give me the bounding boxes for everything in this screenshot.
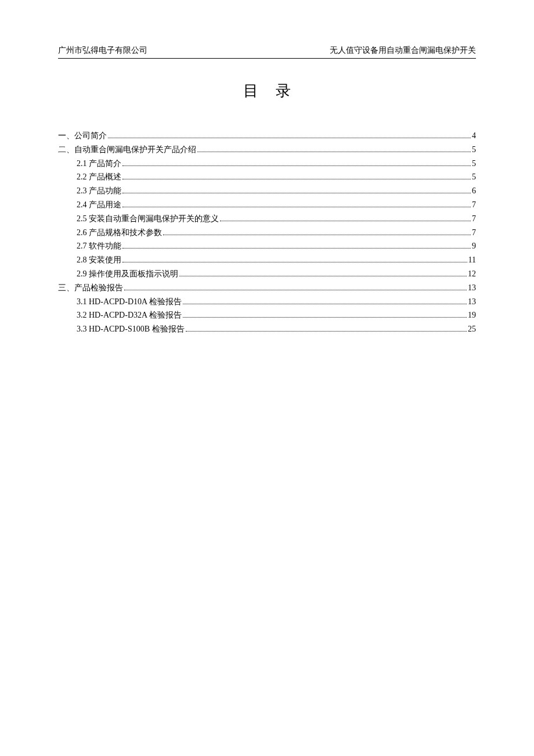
header-left: 广州市弘得电子有限公司: [58, 45, 147, 56]
toc-dots: [122, 207, 471, 207]
toc-entry[interactable]: 2.4 产品用途7: [58, 198, 476, 212]
toc-entry-page: 12: [468, 267, 476, 281]
toc-entry[interactable]: 三、产品检验报告13: [58, 281, 476, 295]
toc-entry[interactable]: 3.2 HD-ACPD-D32A 检验报告19: [58, 308, 476, 322]
toc-entry[interactable]: 3.1 HD-ACPD-D10A 检验报告13: [58, 295, 476, 309]
toc-dots: [183, 317, 467, 318]
toc-entry[interactable]: 2.2 产品概述5: [58, 170, 476, 184]
page-container: 广州市弘得电子有限公司 无人值守设备用自动重合闸漏电保护开关 目录 一、公司简介…: [0, 0, 534, 371]
toc-entry-page: 5: [472, 157, 476, 171]
toc-entry-label: 2.5 安装自动重合闸漏电保护开关的意义: [77, 212, 219, 226]
toc-entry[interactable]: 2.7 软件功能9: [58, 239, 476, 253]
page-header: 广州市弘得电子有限公司 无人值守设备用自动重合闸漏电保护开关: [58, 45, 476, 59]
toc-dots: [186, 331, 467, 332]
toc-title: 目录: [75, 81, 476, 101]
toc-entry-page: 7: [472, 226, 476, 240]
toc-entry-page: 11: [468, 253, 476, 267]
toc-entry-page: 9: [472, 239, 476, 253]
toc-dots: [183, 304, 467, 304]
toc-dots: [163, 235, 471, 235]
toc-dots: [122, 262, 467, 262]
toc-entry-label: 2.7 软件功能: [77, 239, 121, 253]
toc-entry[interactable]: 2.5 安装自动重合闸漏电保护开关的意义7: [58, 212, 476, 226]
toc-entry[interactable]: 2.9 操作使用及面板指示说明12: [58, 267, 476, 281]
toc-entry-label: 3.2 HD-ACPD-D32A 检验报告: [77, 308, 182, 322]
toc-dots: [108, 138, 471, 138]
toc-entry-page: 7: [472, 212, 476, 226]
toc-entry-page: 13: [468, 281, 476, 295]
toc-entry[interactable]: 二、自动重合闸漏电保护开关产品介绍5: [58, 143, 476, 157]
toc-entry-label: 2.9 操作使用及面板指示说明: [77, 267, 178, 281]
toc-entry-label: 2.3 产品功能: [77, 184, 121, 198]
toc-dots: [122, 193, 471, 193]
toc-entry-label: 一、公司简介: [58, 129, 107, 143]
toc-entry[interactable]: 一、公司简介4: [58, 129, 476, 143]
toc-entry-label: 2.2 产品概述: [77, 170, 121, 184]
toc-entry[interactable]: 3.3 HD-ACPD-S100B 检验报告25: [58, 322, 476, 336]
toc-entry-page: 7: [472, 198, 476, 212]
toc-dots: [122, 248, 471, 249]
toc-entry-label: 2.6 产品规格和技术参数: [77, 226, 162, 240]
toc-entry-label: 2.8 安装使用: [77, 253, 121, 267]
toc-dots: [179, 276, 467, 276]
toc-entry-label: 二、自动重合闸漏电保护开关产品介绍: [58, 143, 196, 157]
toc-entry-label: 2.1 产品简介: [77, 157, 121, 171]
toc-entry-page: 25: [468, 322, 476, 336]
toc-entry-page: 5: [472, 170, 476, 184]
toc-entry-page: 5: [472, 143, 476, 157]
toc-entry-page: 4: [472, 129, 476, 143]
toc-entry-page: 19: [468, 308, 476, 322]
toc-entry-page: 6: [472, 184, 476, 198]
toc-entry-label: 三、产品检验报告: [58, 281, 123, 295]
toc-entry-page: 13: [468, 295, 476, 309]
toc-entry-label: 3.1 HD-ACPD-D10A 检验报告: [77, 295, 182, 309]
header-right: 无人值守设备用自动重合闸漏电保护开关: [330, 45, 476, 56]
toc-dots: [124, 290, 467, 290]
toc-entry-label: 3.3 HD-ACPD-S100B 检验报告: [77, 322, 185, 336]
toc-dots: [197, 152, 471, 152]
toc-entry[interactable]: 2.1 产品简介5: [58, 157, 476, 171]
toc-entry[interactable]: 2.3 产品功能6: [58, 184, 476, 198]
toc-dots: [220, 221, 471, 221]
toc-dots: [122, 165, 471, 166]
table-of-contents: 一、公司简介4二、自动重合闸漏电保护开关产品介绍52.1 产品简介52.2 产品…: [58, 129, 476, 336]
toc-entry-label: 2.4 产品用途: [77, 198, 121, 212]
toc-entry[interactable]: 2.8 安装使用11: [58, 253, 476, 267]
toc-dots: [122, 179, 471, 179]
toc-entry[interactable]: 2.6 产品规格和技术参数7: [58, 226, 476, 240]
